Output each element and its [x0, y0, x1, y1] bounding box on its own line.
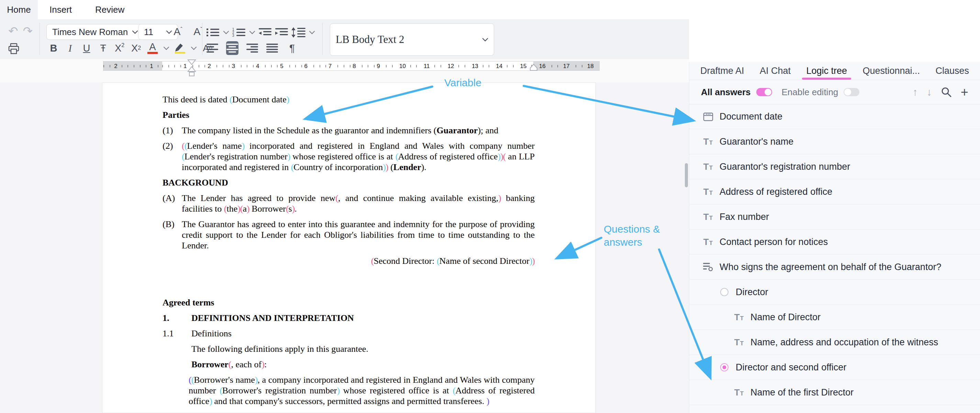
- grow-font-icon[interactable]: Aˆ: [172, 25, 184, 38]
- condition-bracket: ): [532, 256, 535, 266]
- logic-tree-item[interactable]: TTName of the first Director: [689, 380, 980, 405]
- paragraph-text: :: [264, 359, 267, 369]
- logic-tree-item[interactable]: TTGuarantor's registration number: [689, 154, 980, 179]
- logic-tree-item[interactable]: TTGuarantor's name: [689, 129, 980, 154]
- condition-bracket: ): [385, 162, 388, 172]
- menu-tab-home[interactable]: Home: [0, 0, 38, 19]
- ruler-segment: 123456789101112131415: [162, 62, 534, 70]
- numbered-list-icon[interactable]: 123: [232, 25, 246, 39]
- undo-icon[interactable]: ↶: [8, 24, 18, 38]
- paragraph-text: Name of second Director: [439, 256, 530, 266]
- logic-tree-item[interactable]: TTAddress of registered office: [689, 179, 980, 205]
- tab-logic-tree[interactable]: Logic tree: [806, 62, 847, 80]
- strikethrough-icon[interactable]: Ŧ: [97, 41, 109, 55]
- logic-tree-item[interactable]: TTContact person for notices: [689, 230, 980, 254]
- indent-icon[interactable]: [275, 25, 289, 39]
- font-color-icon[interactable]: A: [146, 41, 159, 55]
- paragraph-text: the: [226, 204, 237, 214]
- calendar-icon: [702, 111, 714, 122]
- subscript-icon[interactable]: X2: [130, 41, 142, 55]
- line-spacing-icon[interactable]: [291, 25, 306, 39]
- align-right-icon[interactable]: [246, 41, 258, 55]
- print-icon[interactable]: [8, 42, 20, 56]
- ruler-number: 4: [254, 62, 261, 70]
- justify-icon[interactable]: [266, 41, 278, 55]
- enable-editing-toggle[interactable]: [843, 88, 859, 96]
- paragraph-text: whose registered office is at: [339, 386, 453, 396]
- chevron-down-icon: [132, 30, 138, 34]
- logic-tree-item[interactable]: Director: [689, 280, 980, 305]
- logic-tree-item[interactable]: Director and second officer: [689, 355, 980, 380]
- radio-selected-icon: [719, 363, 730, 372]
- logic-tree-item[interactable]: Document date: [689, 104, 980, 129]
- line-spacing-chevron-icon[interactable]: [309, 25, 315, 39]
- document-paragraph: (B)The Guarantor has agreed to enter int…: [162, 219, 535, 251]
- text-variable-icon: TT: [702, 237, 714, 248]
- paragraph-style-select[interactable]: LB Body Text 2: [330, 23, 494, 56]
- paragraph-text: Lender: [393, 162, 421, 172]
- all-answers-label: All answers: [701, 87, 751, 98]
- paragraph-number: 1.1: [162, 328, 174, 339]
- move-down-icon[interactable]: ↓: [927, 86, 932, 98]
- document-page[interactable]: This deed is dated (Document date)Partie…: [102, 83, 596, 413]
- bullet-list-chevron-icon[interactable]: [223, 25, 229, 39]
- document-paragraph: (1)The company listed in the Schedule as…: [162, 125, 535, 136]
- logic-tree-item[interactable]: TTFax number: [689, 205, 980, 230]
- superscript-icon[interactable]: X2: [113, 41, 126, 55]
- highlight-icon[interactable]: [174, 41, 186, 55]
- paragraph-text: and that company's successors, permitted…: [212, 396, 487, 406]
- bold-icon[interactable]: B: [48, 41, 60, 55]
- svg-text:3: 3: [232, 34, 234, 37]
- all-answers-toggle[interactable]: [756, 88, 772, 96]
- paragraph-text: The following definitions apply in this …: [191, 344, 368, 354]
- condition-bracket: (: [371, 256, 374, 266]
- font-family-value: Times New Roman: [52, 27, 128, 37]
- move-up-icon[interactable]: ↑: [913, 86, 918, 98]
- ruler-number: 15: [518, 62, 528, 70]
- tab-clauses[interactable]: Clauses: [935, 62, 969, 80]
- italic-icon[interactable]: I: [64, 41, 76, 55]
- first-line-indent-marker[interactable]: [186, 59, 197, 77]
- ruler-number: 2: [112, 62, 119, 70]
- redo-icon[interactable]: ↷: [23, 24, 33, 38]
- paragraph-text: ); and: [477, 125, 498, 135]
- outdent-icon[interactable]: [258, 25, 272, 39]
- menu-tab-insert[interactable]: Insert: [38, 0, 83, 19]
- font-family-select[interactable]: Times New Roman: [46, 24, 144, 40]
- paragraph-text: Lender's name: [187, 141, 242, 151]
- align-left-icon[interactable]: [206, 41, 218, 55]
- document-paragraph: This deed is dated (Document date): [162, 94, 535, 105]
- add-item-icon[interactable]: +: [961, 85, 968, 100]
- underline-icon[interactable]: U: [80, 41, 93, 55]
- menu-tab-review[interactable]: Review: [83, 0, 136, 19]
- logic-tree-panel: Draftme AIAI ChatLogic treeQuestionnai..…: [689, 62, 980, 413]
- paragraph-text: The company listed in the Schedule as th…: [182, 125, 437, 135]
- bullet-list-icon[interactable]: [206, 25, 220, 39]
- logic-tree-item[interactable]: TTName, address and occupation of the wi…: [689, 330, 980, 355]
- formatting-toolbar: ↶↷ Times New Roman 11 Aˆ Aˇ BIUŦX2X2A A◊…: [0, 19, 689, 59]
- logic-tree-item[interactable]: TTName of Director: [689, 305, 980, 330]
- numbered-list-chevron-icon[interactable]: [249, 25, 256, 39]
- document-scrollbar[interactable]: [685, 163, 688, 187]
- horizontal-ruler: 21123456789101112131415161718: [103, 61, 600, 71]
- logic-tree-item-label: Fax number: [719, 212, 769, 222]
- tab-draftme-ai[interactable]: Draftme AI: [700, 62, 744, 80]
- paragraph-text: BACKGROUND: [162, 178, 228, 187]
- logic-tree-item[interactable]: Who signs the agreement on behalf of the…: [689, 254, 980, 280]
- logic-tree-item-label: Director: [736, 287, 768, 297]
- logic-tree-item-label: Name of the first Director: [751, 387, 854, 398]
- paragraph-text: ).: [421, 162, 426, 172]
- tab-questionnai[interactable]: Questionnai...: [862, 62, 920, 80]
- right-indent-marker[interactable]: [529, 63, 538, 71]
- paragraph-number: (A): [162, 193, 175, 203]
- highlight-chevron-icon[interactable]: [190, 41, 197, 55]
- search-icon[interactable]: [941, 87, 952, 98]
- ruler-number: 1: [148, 62, 154, 70]
- document-paragraph: ((Borrower's name), a company incorporat…: [189, 375, 535, 407]
- tab-ai-chat[interactable]: AI Chat: [760, 62, 791, 80]
- align-center-icon[interactable]: [226, 41, 239, 55]
- pilcrow-icon[interactable]: ¶: [286, 41, 298, 55]
- condition-bracket: (: [182, 141, 185, 151]
- document-paragraph: (2)((Lender's name) incorporated and reg…: [162, 141, 535, 173]
- font-color-chevron-icon[interactable]: [163, 41, 170, 55]
